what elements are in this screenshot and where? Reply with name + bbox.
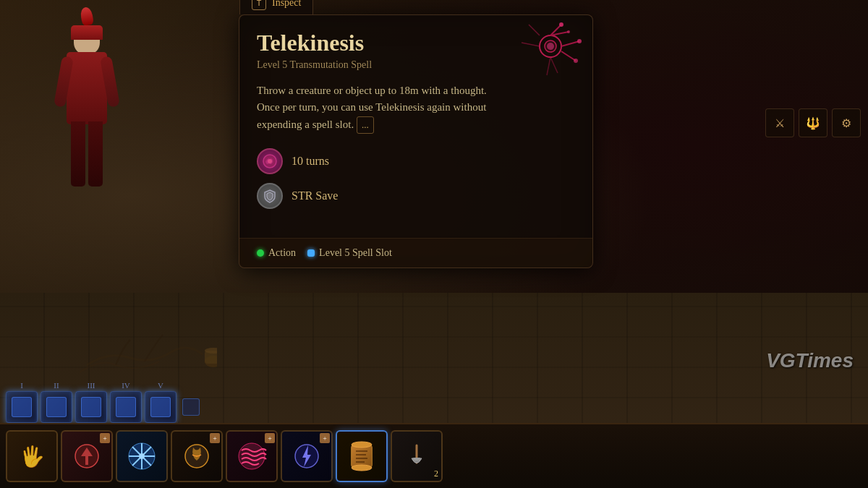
roman-II: II: [41, 381, 72, 390]
spell-name: Telekinesis: [257, 30, 575, 56]
cost-action: Action: [257, 247, 296, 259]
svg-rect-31: [352, 445, 372, 468]
save-value: STR Save: [292, 189, 338, 202]
spell-icon-2: [126, 440, 158, 472]
roman-I: I: [6, 381, 38, 390]
spell-icon-5: [292, 442, 321, 471]
action-slot-1[interactable]: [6, 391, 38, 423]
skill-slot-1[interactable]: +: [61, 430, 113, 482]
skill-slot-5[interactable]: +: [281, 430, 333, 482]
action-slot-5[interactable]: [145, 391, 176, 423]
ground-decoration: [72, 307, 217, 380]
roman-IV: IV: [110, 381, 142, 390]
watermark: VGTimes: [766, 349, 854, 372]
roman-V: V: [145, 381, 176, 390]
svg-rect-39: [413, 458, 420, 461]
more-button[interactable]: ...: [357, 116, 374, 134]
roman-row: I II III IV V: [6, 380, 200, 391]
spell-icon-4: [236, 440, 268, 472]
inspect-label: Inspect: [272, 0, 301, 9]
shovel-icon: [403, 442, 430, 470]
action-slot-2[interactable]: [41, 391, 72, 423]
svg-point-37: [352, 465, 372, 471]
extra-action-slot[interactable]: [182, 398, 200, 416]
spell-icon-3: [182, 442, 211, 471]
spell-subtitle: Level 5 Transmutation Spell: [257, 59, 575, 71]
inspect-panel: T Inspect Telekinesis: [239, 14, 593, 268]
roman-III: III: [75, 381, 107, 390]
icon-btn-1[interactable]: ⚔: [765, 108, 794, 137]
skill-slot-2[interactable]: [116, 430, 168, 482]
hand-icon: 🖐: [20, 445, 45, 468]
hotbar-bottom: 🖐 +: [0, 423, 868, 488]
stat-duration: 10 turns: [257, 148, 575, 174]
action-slot-area: I II III IV V: [0, 380, 200, 423]
spell-description: Throw a creature or object up to 18m wit…: [257, 82, 503, 134]
skill-slot-scroll[interactable]: [336, 430, 388, 482]
action-slots: [6, 391, 200, 423]
skill-plus-5: +: [320, 433, 330, 443]
shovel-count: 2: [434, 468, 438, 479]
action-slot-4[interactable]: [110, 391, 142, 423]
skill-plus-3: +: [210, 433, 220, 443]
action-slot-3[interactable]: [75, 391, 107, 423]
icon-btn-2[interactable]: 🔱: [799, 108, 827, 137]
spell-slot-dot: [307, 249, 315, 257]
top-right-icons: ⚔ 🔱 ⚙: [765, 108, 861, 137]
skill-slot-4[interactable]: +: [226, 430, 278, 482]
scroll-icon: [346, 440, 378, 472]
hotbar: I II III IV V: [0, 380, 868, 488]
stat-save: STR Save: [257, 183, 575, 209]
skill-slot-hand[interactable]: 🖐: [6, 430, 58, 482]
cost-spell-slot: Level 5 Spell Slot: [307, 247, 392, 259]
duration-icon: [257, 148, 283, 174]
duration-value: 10 turns: [292, 155, 329, 168]
skill-plus-1: +: [100, 433, 110, 443]
skill-plus-4: +: [265, 433, 275, 443]
icon-btn-3[interactable]: ⚙: [832, 108, 861, 137]
action-dot: [257, 249, 264, 257]
spell-slot-label: Level 5 Spell Slot: [319, 247, 392, 259]
skill-slot-shovel[interactable]: 2: [391, 430, 443, 482]
skill-slot-3[interactable]: +: [171, 430, 223, 482]
save-icon: [257, 183, 283, 209]
action-label: Action: [268, 247, 296, 259]
svg-point-26: [139, 453, 145, 459]
spell-icon-1: [72, 442, 101, 471]
panel-content: Telekinesis Level 5 Transmutation Spell …: [239, 15, 592, 238]
spell-stats: 10 turns STR Save: [257, 148, 575, 209]
cost-row: Action Level 5 Spell Slot: [239, 238, 592, 267]
inspect-key: T: [252, 0, 266, 10]
svg-point-36: [352, 442, 372, 448]
character-figure: [43, 22, 130, 224]
inspect-tab[interactable]: T Inspect: [239, 0, 313, 14]
svg-point-19: [268, 159, 272, 163]
